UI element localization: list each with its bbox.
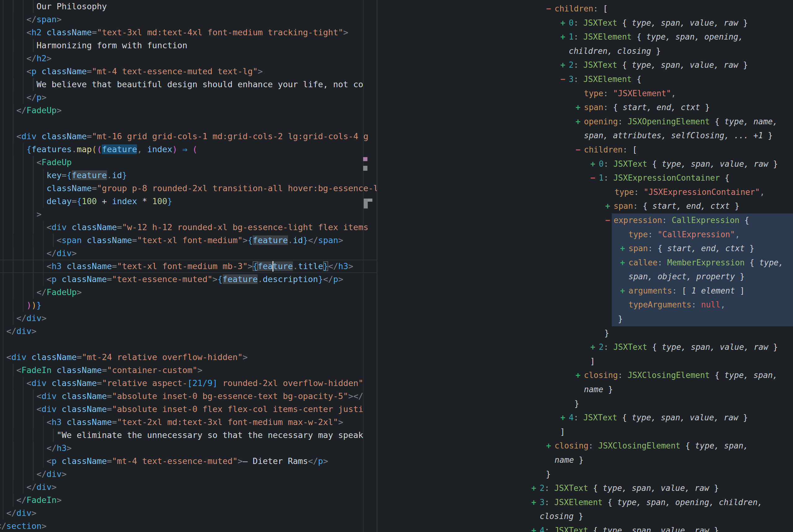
code-line[interactable]: delay={100 + index * 100} [0,195,377,208]
code-line[interactable]: </section> [0,520,377,532]
ast-line[interactable]: children, closing } [378,44,793,58]
code-line[interactable]: <h2 className="text-3xl md:text-4xl font… [0,26,377,39]
ast-line[interactable]: type: "JSXExpressionContainer", [378,185,793,200]
ast-line[interactable]: +opening: JSXOpeningElement { type, name… [378,115,793,129]
ast-line-highlighted[interactable]: typeArguments: null, [378,298,793,312]
code-line[interactable]: <span className="text-xl font-medium">{f… [0,234,377,247]
ast-line[interactable]: +2: JSXText { type, span, value, raw } [378,481,793,495]
ast-line[interactable]: +0: JSXText { type, span, value, raw } [378,16,793,30]
code-line[interactable]: </h2> [0,52,377,65]
code-line[interactable]: <FadeIn className="container-custom"> [0,364,377,377]
code-line[interactable]: </div> [0,468,377,481]
ast-line-highlighted[interactable]: span, object, property } [378,270,793,284]
ast-line-highlighted[interactable]: +arguments: [ 1 element ] [378,284,793,298]
ast-line[interactable]: } [378,467,793,481]
code-line[interactable]: <p className="mt-4 text-essence-muted">—… [0,455,377,468]
ast-line-highlighted[interactable]: +span: { start, end, ctxt } [378,242,793,256]
ast-line[interactable]: ] [378,425,793,439]
ast-line-highlighted[interactable]: } [378,312,793,326]
expand-icon[interactable]: + [531,495,540,510]
expand-icon[interactable]: + [531,524,540,532]
collapse-icon[interactable]: − [560,72,569,87]
expand-icon[interactable]: + [560,16,569,30]
code-line[interactable]: <div className="absolute inset-0 bg-esse… [0,390,377,403]
collapse-icon[interactable]: − [576,143,584,157]
ast-line[interactable]: ] [378,355,793,369]
expand-icon[interactable]: + [620,242,628,256]
ast-line[interactable]: +2: JSXText { type, span, value, raw } [378,340,793,355]
code-line[interactable]: </FadeUp> [0,104,377,117]
code-line[interactable]: </FadeUp> [0,286,377,299]
ast-line[interactable]: +closing: JSXClosingElement { type, span… [378,368,793,383]
code-line[interactable]: Our Philosophy [0,0,377,13]
ast-line[interactable]: −children: [ [378,2,793,16]
code-line[interactable] [0,338,377,351]
code-line[interactable]: </p> [0,91,377,104]
code-line[interactable]: <h3 className="text-2xl md:text-3xl font… [0,416,377,429]
code-line[interactable]: className="group p-8 rounded-2xl transit… [0,182,377,195]
ast-line[interactable]: closing } [378,509,793,524]
code-line[interactable]: </div> [0,247,377,260]
ast-line[interactable]: −1: JSXExpressionContainer { [378,171,793,185]
panel-divider[interactable] [377,0,377,532]
expand-icon[interactable]: + [560,411,569,425]
ast-line[interactable]: +4: JSXText { type, span, value, raw } [378,411,793,425]
expand-icon[interactable]: + [560,30,569,44]
ast-line[interactable]: −children: [ [378,143,793,157]
ast-line[interactable]: +0: JSXText { type, span, value, raw } [378,157,793,171]
code-line[interactable]: <FadeUp [0,156,377,169]
code-line[interactable]: <div className="mt-16 grid grid-cols-1 m… [0,130,377,143]
code-line[interactable]: ))} [0,299,377,312]
expand-icon[interactable]: + [576,100,584,115]
expand-icon[interactable]: + [591,340,599,355]
code-line[interactable]: <div className="absolute inset-0 flex fl… [0,403,377,416]
code-line[interactable]: Harmonizing form with function [0,39,377,52]
code-line[interactable]: </span> [0,13,377,26]
code-line[interactable]: <div className="mt-24 relative overflow-… [0,351,377,364]
ast-line[interactable]: +closing: JSXClosingElement { type, span… [378,439,793,453]
code-line[interactable]: {features.map((feature, index) ⇒ ( [0,143,377,156]
collapse-icon[interactable]: − [591,171,599,185]
ast-line-highlighted[interactable]: type: "CallExpression", [378,228,793,242]
ast-line[interactable]: +1: JSXElement { type, span, opening, [378,30,793,44]
ast-line[interactable]: type: "JSXElement", [378,87,793,101]
expand-icon[interactable]: + [560,58,569,72]
code-line[interactable]: </div> [0,312,377,325]
code-line[interactable]: > [0,208,377,221]
code-line[interactable]: </FadeIn> [0,494,377,507]
code-line[interactable]: <div className="relative aspect-[21/9] r… [0,377,377,390]
code-line[interactable]: We believe that beautiful design should … [0,78,377,91]
code-line[interactable]: <p className="text-essence-muted">{featu… [0,273,377,286]
ast-line[interactable]: +3: JSXElement { type, span, opening, ch… [378,495,793,510]
expand-icon[interactable]: + [576,368,584,383]
collapse-icon[interactable]: − [605,213,614,228]
ast-line-highlighted[interactable]: −expression: CallExpression { [378,213,793,228]
expand-icon[interactable]: + [531,481,540,495]
code-line[interactable]: </div> [0,325,377,338]
ast-line[interactable]: +4: JSXText { type, span, value, raw } [378,524,793,532]
code-line[interactable]: <p className="mt-4 text-essence-muted te… [0,65,377,78]
ast-line[interactable]: } [378,326,793,341]
ast-line[interactable]: +span: { start, end, ctxt } [378,100,793,115]
ast-line-highlighted[interactable]: +callee: MemberExpression { type, [378,256,793,270]
ast-line[interactable]: } [378,397,793,411]
code-line[interactable]: "We eliminate the unnecessary so that th… [0,429,377,442]
code-line[interactable]: <div className="w-12 h-12 rounded-xl bg-… [0,221,377,234]
ast-line[interactable]: name } [378,383,793,397]
ast-line[interactable]: +span: { start, end, ctxt } [378,199,793,213]
code-line[interactable]: </div> [0,507,377,520]
expand-icon[interactable]: + [576,115,584,129]
code-line[interactable]: key={feature.id} [0,169,377,182]
code-line[interactable]: </h3> [0,442,377,455]
expand-icon[interactable]: + [620,284,628,298]
ast-line[interactable]: −3: JSXElement { [378,72,793,87]
collapse-icon[interactable]: − [546,2,555,16]
expand-icon[interactable]: + [591,157,599,171]
expand-icon[interactable]: + [605,199,614,213]
code-line[interactable]: </div> [0,481,377,494]
ast-line[interactable]: +2: JSXText { type, span, value, raw } [378,58,793,72]
expand-icon[interactable]: + [620,256,628,270]
ast-line[interactable]: name } [378,453,793,467]
ast-tree-pane[interactable]: −children: [+0: JSXText { type, span, va… [378,0,793,532]
code-editor-pane[interactable]: Our Philosophy</span><h2 className="text… [0,0,377,532]
